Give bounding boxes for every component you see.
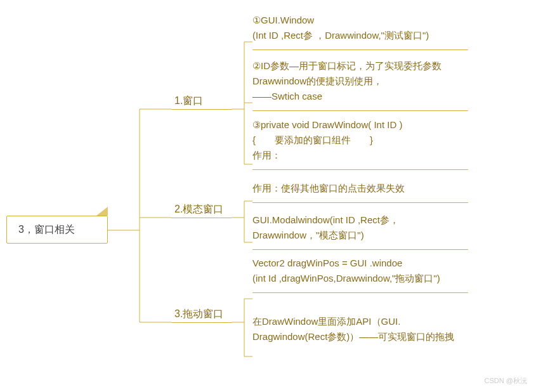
leaf-node-6: Vector2 dragWinPos = GUI .windoe(int Id … [252,256,468,293]
leaf-node-2: ②ID参数—用于窗口标记，为了实现委托参数Drawwindow的便捷识别使用，—… [252,58,468,111]
branch-1-label: 1.窗口 [174,95,203,108]
leaf-node-7: 在DrawWindow里面添加API（GUI. Dragwindow(Rect参… [252,314,468,351]
root-node: 3，窗口相关 [6,216,108,244]
leaf-node-5: GUI.Modalwindow(int ID ,Rect参，Drawwindow… [252,212,468,250]
leaf-node-4: 作用：使得其他窗口的点击效果失效 [252,181,468,203]
leaf-node-1: ①GUI.Window(Int ID ,Rect参 ，Drawwindow,"测… [252,13,468,50]
watermark-text: CSDN @秋沅 [485,376,527,386]
leaf-node-3: ③private void DrawWindow( Int ID ){ 要添加的… [252,117,468,170]
branch-3-underline [171,322,232,323]
branch-1-underline [171,109,232,110]
root-fold-decoration [96,207,108,216]
root-title: 3，窗口相关 [18,223,75,237]
branch-2-underline [171,218,232,218]
branch-2-label: 2.模态窗口 [174,203,223,216]
branch-3-label: 3.拖动窗口 [174,308,223,321]
